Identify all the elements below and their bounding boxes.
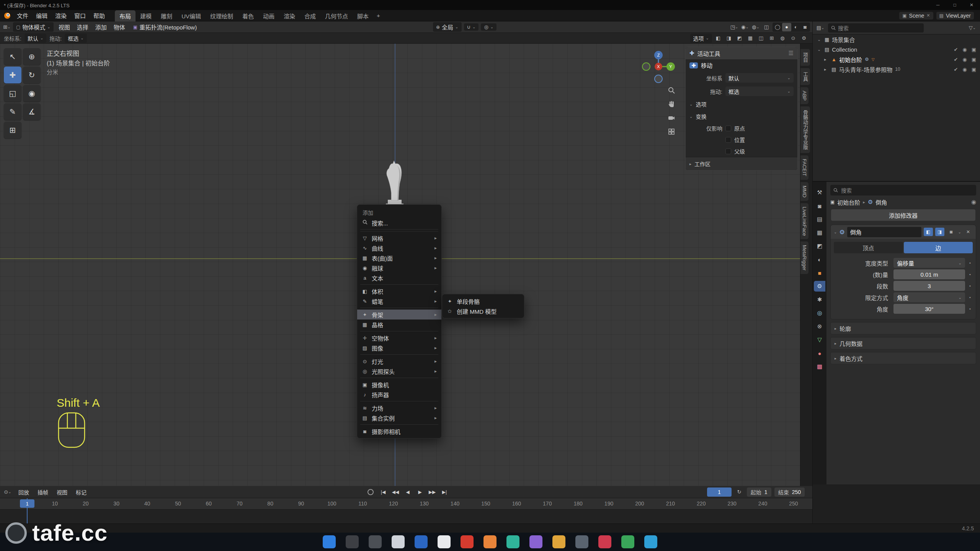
add-menu-search[interactable]: 搜索... <box>357 218 441 228</box>
sidebar-tab[interactable]: MMD <box>800 182 808 201</box>
breadcrumb-object[interactable]: 初始台阶 <box>837 198 860 206</box>
play-button[interactable]: ▶ <box>414 487 426 497</box>
properties-tab-modifiers[interactable]: ⚙ <box>814 281 825 292</box>
play-reverse-button[interactable]: ◀ <box>402 487 413 497</box>
display-realtime-toggle[interactable]: ◨ <box>935 228 944 236</box>
workspace-tab[interactable]: 布局 <box>115 10 136 21</box>
sidebar-tab[interactable]: 骨骼动力学专业版 <box>800 106 810 153</box>
minimize-button[interactable]: ─ <box>929 0 946 10</box>
hide-viewport-icon[interactable]: ◉ <box>962 67 967 72</box>
overlay-toggle-icon[interactable]: ⚙ <box>799 34 808 42</box>
checkbox-icon[interactable]: ✔ <box>954 57 958 62</box>
panel-options-icon[interactable]: ☰ <box>789 50 794 57</box>
transform-tool[interactable]: ◉ <box>23 85 41 102</box>
outliner-row-reference[interactable]: ▸ ▤ 马头青年-场景参照物 10 ✔ ◉ ▣ <box>813 64 980 74</box>
modifier-name-field[interactable]: 倒角 <box>847 227 921 237</box>
add-menu-item[interactable]: ♪扬声器 <box>357 390 441 399</box>
checkbox-icon[interactable]: ✔ <box>954 47 958 52</box>
breadcrumb-modifier[interactable]: 倒角 <box>875 198 887 206</box>
timeline-menu[interactable]: 视图 <box>53 487 71 497</box>
timeline-dopesheet[interactable] <box>0 510 812 523</box>
workspace-tab[interactable]: 建模 <box>136 10 156 21</box>
add-menu-item[interactable]: ▨图像▸ <box>357 343 441 353</box>
tab-vertices[interactable]: 顶点 <box>834 242 903 253</box>
animate-dot-icon[interactable]: • <box>967 272 973 277</box>
timeline-menu[interactable]: 回放 <box>15 487 33 497</box>
shading-rendered-icon[interactable]: ◙ <box>800 23 810 31</box>
workspace-tab[interactable]: 几何节点 <box>320 10 353 21</box>
workspace-section[interactable]: ▸ 工作区 <box>686 157 797 170</box>
workspace-tab[interactable]: 纹理绘制 <box>206 10 238 21</box>
next-keyframe-button[interactable]: ▶▶ <box>426 487 438 497</box>
workspace-tab[interactable]: 雕刻 <box>156 10 177 21</box>
drag-dropdown[interactable]: 框选 ⌄ <box>65 34 87 43</box>
add-menu-item[interactable]: ▣摄像机 <box>357 380 441 390</box>
snap-controls[interactable]: ∪ ⌄ <box>464 23 479 31</box>
overlay-toggle-icon[interactable]: ◫ <box>756 34 766 42</box>
taskbar-icon[interactable] <box>369 535 382 548</box>
properties-tab-view-layer[interactable]: ▦ <box>814 227 825 238</box>
field-slider[interactable]: 30° <box>893 304 965 314</box>
hide-viewport-icon[interactable]: ◉ <box>962 57 967 62</box>
workspace-tab[interactable]: 合成 <box>300 10 320 21</box>
sidebar-tab[interactable]: LiveLinkFace <box>800 203 808 240</box>
modifier-extras-icon[interactable]: ⌄ <box>958 230 961 234</box>
scene-selector[interactable]: ▣ Scene ✕ <box>899 12 933 20</box>
editor-type-button[interactable]: ⊞⌄ <box>2 23 11 31</box>
add-menu-item[interactable]: ◎光照探头▸ <box>357 366 441 376</box>
add-menu-item[interactable]: ◧体积▸ <box>357 286 441 296</box>
options-section[interactable]: ⌄ 选项 <box>686 98 797 110</box>
outliner-filter-icon[interactable]: ▤⌄ <box>816 24 825 32</box>
add-menu-item[interactable]: a文本 <box>357 273 441 283</box>
outliner-search-input[interactable]: 搜索 <box>828 23 924 33</box>
camera-view-icon[interactable] <box>665 112 678 124</box>
taskbar-icon[interactable] <box>598 535 611 548</box>
taskbar-icon[interactable] <box>346 535 359 548</box>
measure-tool[interactable]: ∡ <box>23 103 41 120</box>
animate-dot-icon[interactable]: • <box>967 295 973 300</box>
select-box-tool[interactable]: ↖ <box>4 48 21 65</box>
menubar-menu[interactable]: 窗口 <box>70 10 90 21</box>
add-menu-item[interactable]: ▽网格▸ <box>357 233 441 243</box>
display-render-toggle[interactable]: ◙ <box>947 228 956 236</box>
annotate-tool[interactable]: ✎ <box>4 103 21 120</box>
taskbar-icon[interactable] <box>483 535 497 548</box>
properties-tab-particles[interactable]: ✱ <box>814 294 825 305</box>
taskbar-icon[interactable] <box>552 535 565 548</box>
modifier-section[interactable]: ▸着色方式 <box>830 352 976 364</box>
shading-wireframe-icon[interactable]: ◯ <box>773 23 782 31</box>
scene-unlink-icon[interactable]: ✕ <box>926 13 930 18</box>
xray-toggle[interactable]: ◫ <box>762 23 771 31</box>
taskbar-icon[interactable] <box>438 535 451 548</box>
orientation-dropdown[interactable]: ⊕ 全局 ⌄ <box>433 22 461 32</box>
viewport-menu[interactable]: 选择 <box>74 22 92 32</box>
shading-solid-icon[interactable]: ● <box>782 23 791 31</box>
properties-tab-world[interactable]: ◐ <box>814 254 825 265</box>
funnel-filter-icon[interactable]: ▽⌄ <box>968 24 977 32</box>
overlay-toggle-icon[interactable]: ⊙ <box>789 34 798 42</box>
modifier-header[interactable]: ⌄ ⚙ 倒角 ◧ ◨ ◙ ⌄ ✕ <box>831 225 976 239</box>
taskbar-icon[interactable] <box>529 535 542 548</box>
timeline-ruler[interactable]: 1020304050607080901001101201301401501601… <box>0 498 812 510</box>
blender-logo-icon[interactable] <box>3 11 11 20</box>
overlay-toggle-icon[interactable]: ◨ <box>724 34 733 42</box>
add-menu-item[interactable]: ∿曲线▸ <box>357 243 441 253</box>
keying-set-icon[interactable]: ↻ <box>735 488 744 496</box>
taskbar-icon[interactable] <box>644 535 657 548</box>
horse-statue[interactable] <box>377 158 412 208</box>
properties-tab-material[interactable]: ● <box>814 348 825 359</box>
viewport-canvas[interactable]: 正交右视图 (1) 场景集合 | 初始台阶 分米 ↖⊕✚↻◱◉✎∡⊞ Z Y X <box>0 44 800 486</box>
properties-tab-constraints[interactable]: ⊗ <box>814 321 825 332</box>
retopoflow-menu[interactable]: ▣ 重拓扑流(RetopoFlow) <box>130 22 200 32</box>
tab-edges[interactable]: 边 <box>904 242 973 253</box>
end-frame-field[interactable]: 结束 250 <box>774 487 805 497</box>
field-dropdown[interactable]: 角度⌄ <box>893 292 965 302</box>
viewlayer-selector[interactable]: ▤ ViewLayer <box>936 12 974 20</box>
sidebar-tab[interactable]: ABP <box>800 87 808 104</box>
chevron-down-icon[interactable]: ⌄ <box>834 230 837 234</box>
viewport-menu[interactable]: 视图 <box>55 22 74 32</box>
menubar-menu[interactable]: 帮助 <box>90 10 109 21</box>
add-menu-item[interactable]: ▦晶格 <box>357 320 441 329</box>
shading-material-icon[interactable]: ◐ <box>791 23 800 31</box>
ortho-grid-icon[interactable] <box>665 126 678 138</box>
